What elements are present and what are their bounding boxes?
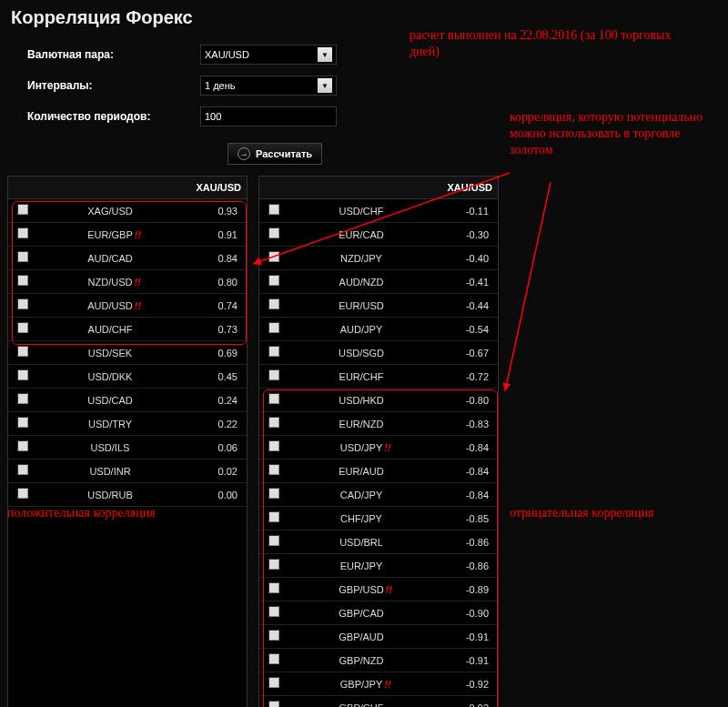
row-checkbox[interactable] (268, 511, 279, 522)
row-pair: CHF/JPY (288, 513, 434, 524)
row-pair: USD/JPY!! (288, 442, 434, 453)
table-row: GBP/CHF-0.92 (259, 696, 498, 707)
row-checkbox-cell (8, 275, 37, 288)
row-checkbox-cell (8, 488, 37, 501)
row-checkbox[interactable] (17, 275, 28, 286)
page-title: Корреляция Форекс (0, 0, 728, 39)
row-checkbox[interactable] (268, 488, 279, 499)
row-checkbox[interactable] (17, 464, 28, 475)
table-row: USD/SGD-0.67 (259, 341, 498, 365)
row-pair: USD/SGD (288, 348, 434, 359)
row-checkbox[interactable] (268, 417, 279, 428)
row-pair: GBP/USD!! (288, 584, 434, 595)
row-value: -0.44 (434, 300, 498, 311)
table-row: USD/CAD0.24 (8, 389, 247, 412)
table-row: EUR/GBP!!0.91 (8, 223, 247, 247)
row-pair: GBP/NZD (288, 655, 434, 666)
row-pair: EUR/NZD (288, 419, 434, 429)
row-checkbox[interactable] (17, 488, 28, 499)
table-row: EUR/JPY-0.86 (259, 554, 498, 578)
periods-label: Количество периодов: (27, 110, 182, 123)
row-checkbox[interactable] (268, 298, 279, 309)
row-value: 0.24 (183, 395, 247, 406)
interval-label: Интервалы: (27, 79, 182, 92)
table-row: USD/RUB0.00 (8, 483, 247, 507)
table-row: AUD/USD!!0.74 (8, 294, 247, 318)
highlight-mark-icon: !! (134, 277, 140, 288)
row-checkbox[interactable] (268, 464, 279, 475)
interval-select[interactable]: 1 день ▼ (200, 76, 337, 96)
row-pair: USD/RUB (37, 490, 183, 500)
row-checkbox[interactable] (268, 227, 279, 238)
row-pair: EUR/USD (288, 300, 434, 311)
interval-select-value: 1 день (205, 80, 236, 91)
row-value: -0.89 (434, 584, 498, 595)
periods-input[interactable] (200, 106, 337, 126)
row-pair: USD/ILS (37, 442, 183, 453)
row-checkbox[interactable] (17, 393, 28, 404)
table-row: GBP/AUD-0.91 (259, 625, 498, 649)
row-checkbox[interactable] (268, 677, 279, 688)
row-checkbox-cell (259, 464, 288, 478)
row-checkbox[interactable] (268, 275, 279, 286)
row-checkbox-cell (259, 275, 288, 288)
highlight-mark-icon: !! (135, 229, 141, 240)
row-value: -0.86 (434, 561, 498, 571)
row-checkbox[interactable] (268, 251, 279, 262)
row-value: 0.80 (183, 277, 247, 288)
row-value: -0.92 (434, 702, 498, 708)
row-checkbox-cell (259, 227, 288, 241)
row-checkbox[interactable] (268, 369, 279, 380)
calculate-label: Рассчитать (256, 148, 312, 159)
calculate-button[interactable]: Рассчитать (228, 143, 322, 165)
row-pair: EUR/JPY (288, 561, 434, 571)
row-checkbox[interactable] (268, 653, 279, 664)
pair-select[interactable]: XAU/USD ▼ (200, 45, 337, 65)
row-value: -0.83 (434, 419, 498, 429)
row-checkbox[interactable] (17, 346, 28, 357)
pair-label: Валютная пара: (27, 48, 182, 61)
row-checkbox[interactable] (268, 204, 279, 215)
table-row: GBP/JPY!!-0.92 (259, 672, 498, 696)
row-checkbox[interactable] (17, 369, 28, 380)
form-row-pair: Валютная пара: XAU/USD ▼ (0, 39, 728, 70)
row-value: -0.84 (434, 442, 498, 453)
row-value: -0.91 (434, 631, 498, 642)
table-row: USD/INR0.02 (8, 460, 247, 483)
col-value: XAU/USD (434, 177, 498, 198)
row-checkbox[interactable] (17, 440, 28, 451)
row-value: -0.84 (434, 490, 498, 500)
row-checkbox[interactable] (268, 630, 279, 641)
row-pair: AUD/CAD (37, 253, 183, 264)
row-pair: AUD/JPY (288, 324, 434, 335)
row-checkbox[interactable] (268, 606, 279, 617)
row-value: -0.67 (434, 348, 498, 359)
row-checkbox-cell (8, 369, 37, 383)
row-checkbox[interactable] (268, 535, 279, 546)
row-checkbox[interactable] (268, 582, 279, 593)
row-checkbox[interactable] (268, 701, 279, 707)
row-checkbox[interactable] (268, 346, 279, 357)
row-pair: CAD/JPY (288, 490, 434, 500)
row-checkbox[interactable] (268, 440, 279, 451)
row-checkbox[interactable] (17, 227, 28, 238)
row-value: 0.74 (183, 300, 247, 311)
row-pair: EUR/CAD (288, 229, 434, 240)
row-checkbox[interactable] (17, 417, 28, 428)
chevron-down-icon: ▼ (318, 78, 332, 93)
row-value: 0.84 (183, 253, 247, 264)
row-checkbox[interactable] (268, 322, 279, 333)
row-checkbox-cell (259, 440, 288, 454)
row-checkbox[interactable] (17, 298, 28, 309)
row-checkbox-cell (259, 488, 288, 501)
row-pair: USD/CHF (288, 206, 434, 217)
row-checkbox[interactable] (17, 251, 28, 262)
row-checkbox-cell (259, 251, 288, 265)
row-checkbox[interactable] (17, 322, 28, 333)
row-checkbox[interactable] (268, 559, 279, 570)
row-checkbox[interactable] (17, 204, 28, 215)
row-checkbox[interactable] (268, 393, 279, 404)
row-checkbox-cell (259, 511, 288, 525)
col-pair (288, 177, 434, 198)
row-checkbox-cell (259, 369, 288, 383)
